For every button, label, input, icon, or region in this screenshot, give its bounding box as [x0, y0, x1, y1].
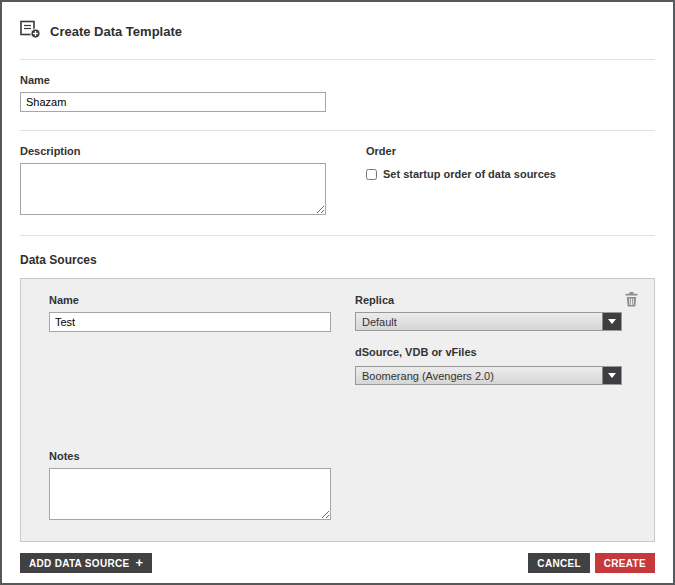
dsource-label: dSource, VDB or vFiles	[355, 346, 622, 358]
dialog-actions: ADD DATA SOURCE + CANCEL CREATE	[20, 553, 655, 573]
description-textarea[interactable]	[20, 163, 326, 215]
divider	[20, 235, 655, 236]
divider	[20, 130, 655, 131]
description-label: Description	[20, 145, 350, 157]
data-sources-heading: Data Sources	[20, 253, 655, 267]
page-title: Create Data Template	[50, 24, 182, 39]
name-input[interactable]	[20, 92, 326, 112]
notes-label: Notes	[49, 450, 331, 462]
replica-label: Replica	[355, 294, 622, 306]
notes-field-group: Notes	[49, 450, 331, 520]
cancel-button[interactable]: CANCEL	[528, 553, 589, 573]
description-order-row: Description Order Set startup order of d…	[20, 145, 655, 215]
chevron-down-icon[interactable]	[602, 313, 621, 330]
startup-order-checkbox-row: Set startup order of data sources	[366, 168, 655, 180]
replica-select[interactable]: Default	[355, 312, 622, 331]
order-label: Order	[366, 145, 655, 157]
dsource-select[interactable]: Boomerang (Avengers 2.0)	[355, 366, 622, 385]
create-data-template-dialog: Create Data Template Name Description Or…	[0, 0, 675, 585]
dsource-field-group: dSource, VDB or vFiles Boomerang (Avenge…	[355, 346, 622, 385]
source-name-input[interactable]	[49, 312, 331, 332]
data-source-card-right: Replica Default dSource, VDB or vFiles B…	[355, 294, 622, 527]
name-label: Name	[20, 74, 655, 86]
add-data-source-label: ADD DATA SOURCE	[29, 558, 129, 569]
confirm-buttons: CANCEL CREATE	[528, 553, 655, 573]
data-source-card: Name Notes Replica Default dSource, VDB …	[20, 278, 655, 542]
dsource-selected-value: Boomerang (Avengers 2.0)	[356, 370, 494, 382]
startup-order-checkbox-label: Set startup order of data sources	[383, 168, 556, 180]
chevron-down-icon[interactable]	[602, 367, 621, 384]
source-name-label: Name	[49, 294, 331, 306]
name-field-group: Name	[20, 74, 655, 112]
create-button[interactable]: CREATE	[595, 553, 655, 573]
data-template-icon	[20, 20, 42, 43]
notes-textarea[interactable]	[49, 468, 331, 520]
description-field-group: Description	[20, 145, 350, 215]
dialog-header: Create Data Template	[20, 2, 655, 43]
order-field-group: Order Set startup order of data sources	[350, 145, 655, 215]
replica-selected-value: Default	[356, 316, 397, 328]
trash-icon[interactable]	[625, 292, 638, 307]
divider	[20, 59, 655, 60]
data-source-card-left: Name Notes	[49, 294, 331, 527]
startup-order-checkbox[interactable]	[366, 169, 377, 180]
add-data-source-button[interactable]: ADD DATA SOURCE +	[20, 553, 152, 573]
